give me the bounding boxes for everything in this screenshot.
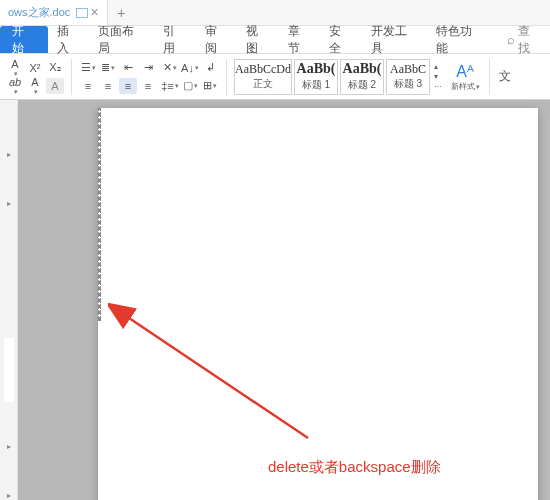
new-style-button[interactable]: Aᴬ 新样式	[448, 59, 482, 95]
align-center-button[interactable]: ≡	[99, 78, 117, 94]
tab-settings-button[interactable]: ✕	[161, 60, 179, 76]
subscript-button[interactable]: X₂	[46, 60, 64, 76]
document-page[interactable]: delete或者backspace删除	[98, 108, 538, 500]
menu-view[interactable]: 视图	[237, 26, 279, 53]
line-spacing-button[interactable]: ‡≡	[161, 78, 179, 94]
font-color-button[interactable]: A	[6, 60, 24, 76]
style-label: 标题 2	[348, 78, 376, 92]
styles-more[interactable]: ▴ ▾ ⋯	[432, 62, 444, 91]
menu-bar: 开始 插入 页面布局 引用 审阅 视图 章节 安全 开发工具 特色功能 查找	[0, 26, 550, 54]
style-preview: AaBb(	[343, 62, 382, 76]
new-style-label: 新样式	[451, 81, 480, 92]
superscript-button[interactable]: X²	[26, 60, 44, 76]
highlight-button[interactable]: ab	[6, 78, 24, 94]
chevron-down-icon[interactable]: ▾	[434, 72, 442, 81]
style-preview: AaBb(	[297, 62, 336, 76]
separator	[489, 59, 490, 95]
side-tab[interactable]: ▸	[7, 442, 11, 451]
styles-gallery: AaBbCcDd 正文 AaBb( 标题 1 AaBb( 标题 2 AaBbC …	[234, 59, 444, 95]
workspace: ▸ ▸ ▸ ▸ delete或者backspace删除	[0, 100, 550, 500]
chevron-up-icon[interactable]: ▴	[434, 62, 442, 71]
align-left-button[interactable]: ≡	[79, 78, 97, 94]
annotation-text: delete或者backspace删除	[268, 458, 441, 477]
menu-review[interactable]: 审阅	[196, 26, 238, 53]
shading-button[interactable]: ▢	[181, 78, 199, 94]
char-shading-button[interactable]: A	[46, 78, 64, 94]
style-heading1[interactable]: AaBb( 标题 1	[294, 59, 338, 95]
text-effect-button[interactable]: A	[26, 78, 44, 94]
menu-security[interactable]: 安全	[320, 26, 362, 53]
new-style-icon: Aᴬ	[456, 62, 474, 81]
style-body[interactable]: AaBbCcDd 正文	[234, 59, 292, 95]
page-area: delete或者backspace删除	[18, 100, 550, 500]
document-tab[interactable]: ows之家.doc ✕	[0, 0, 108, 25]
separator	[226, 59, 227, 95]
align-justify-button[interactable]: ≡	[119, 78, 137, 94]
annotation-arrow	[108, 298, 358, 448]
side-tab[interactable]: ▸	[7, 199, 11, 208]
increase-indent-button[interactable]: ⇥	[139, 60, 157, 76]
numbering-button[interactable]: ≣	[99, 60, 117, 76]
ribbon: A X² X₂ ab A A ☰ ≣ ⇤ ⇥ ≡ ≡ ≡ ≡ ✕ A↓ ↲	[0, 54, 550, 100]
menu-section[interactable]: 章节	[279, 26, 321, 53]
style-label: 标题 3	[394, 77, 422, 91]
menu-page-layout[interactable]: 页面布局	[89, 26, 154, 53]
svg-line-0	[126, 316, 308, 438]
bullets-button[interactable]: ☰	[79, 60, 97, 76]
style-preview: AaBbCcDd	[235, 63, 291, 75]
text-tool-button[interactable]: 文	[497, 69, 513, 85]
show-marks-button[interactable]: ↲	[201, 60, 219, 76]
align-distribute-button[interactable]: ≡	[139, 78, 157, 94]
menu-start[interactable]: 开始	[0, 26, 48, 53]
separator	[71, 59, 72, 95]
borders-button[interactable]: ⊞	[201, 78, 219, 94]
menu-insert[interactable]: 插入	[48, 26, 90, 53]
new-tab-button[interactable]: +	[108, 5, 134, 21]
menu-devtools[interactable]: 开发工具	[362, 26, 427, 53]
style-preview: AaBbC	[390, 63, 426, 75]
ltr-button[interactable]: A↓	[181, 60, 199, 76]
style-label: 标题 1	[302, 78, 330, 92]
side-panel: ▸ ▸ ▸ ▸	[0, 100, 18, 500]
feedback-icon[interactable]	[76, 8, 88, 18]
menu-special[interactable]: 特色功能	[427, 26, 492, 53]
side-tab[interactable]: ▸	[7, 150, 11, 159]
page-break-marker	[98, 108, 101, 321]
style-label: 正文	[253, 77, 273, 91]
tab-title: ows之家.doc	[8, 5, 70, 20]
decrease-indent-button[interactable]: ⇤	[119, 60, 137, 76]
menu-reference[interactable]: 引用	[154, 26, 196, 53]
side-tab[interactable]: ▸	[7, 491, 11, 500]
style-heading3[interactable]: AaBbC 标题 3	[386, 59, 430, 95]
menu-search[interactable]: 查找	[498, 26, 550, 53]
close-icon[interactable]: ✕	[90, 6, 99, 19]
style-heading2[interactable]: AaBb( 标题 2	[340, 59, 384, 95]
expand-icon[interactable]: ⋯	[434, 82, 442, 91]
